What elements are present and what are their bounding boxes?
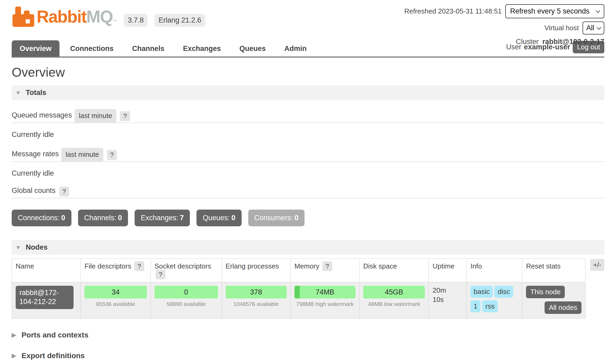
queued-help-badge[interactable]: ? — [120, 111, 130, 121]
erlang-version-badge: Erlang 21.2.6 — [155, 14, 205, 27]
rates-idle-status: Currently idle — [12, 169, 604, 177]
global-counters: Connections:0 Channels:0 Exchanges:7 Que… — [12, 210, 604, 226]
connections-counter: Connections:0 — [12, 210, 71, 226]
node-name-badge[interactable]: rabbit@172-104-212-22 — [16, 286, 74, 309]
info-cell: basicdisc1rss — [467, 282, 522, 319]
info-tag-basic: basic — [470, 286, 493, 298]
disk-space-sub: 48MB low watermark — [363, 301, 425, 307]
tab-queues[interactable]: Queues — [232, 40, 274, 57]
page-title: Overview — [12, 65, 604, 80]
version-badge: 3.7.8 — [124, 14, 148, 27]
info-tag-rss: rss — [482, 300, 498, 312]
triangle-down-icon: ▼ — [15, 244, 21, 251]
global-counts-row: Global counts ? — [12, 187, 604, 198]
col-erlang-processes: Erlang processes — [222, 259, 290, 282]
uptime-value-2: 10s — [433, 295, 463, 304]
cluster-name: rabbit@192-0-2-17 — [542, 38, 604, 46]
socket-descriptors-help-badge[interactable]: ? — [156, 270, 165, 279]
file-descriptors-help-badge[interactable]: ? — [134, 261, 144, 271]
uptime-value-1: 20m — [433, 286, 463, 295]
erlang-processes-bar: 378 — [226, 286, 287, 298]
tab-connections[interactable]: Connections — [62, 40, 122, 57]
col-socket-descriptors: Socket descriptors ? — [151, 259, 222, 282]
col-disk-space: Disk space — [359, 259, 429, 282]
nodes-section-header[interactable]: ▼ Nodes — [12, 240, 604, 255]
header-right: Refreshed 2023-05-31 11:48:51 Refresh ev… — [404, 4, 604, 49]
column-toggle-button[interactable]: +/- — [590, 259, 604, 271]
col-info: Info — [467, 259, 522, 282]
tab-overview[interactable]: Overview — [12, 40, 59, 57]
exchanges-counter: Exchanges:7 — [135, 210, 190, 226]
reset-stats-cell: This node All nodes — [522, 282, 585, 319]
ports-and-contexts-section[interactable]: ▶ Ports and contexts — [12, 331, 604, 339]
refreshed-timestamp: Refreshed 2023-05-31 11:48:51 — [404, 7, 502, 15]
refresh-interval-select[interactable]: Refresh every 5 seconds — [505, 4, 604, 18]
nodes-section-title: Nodes — [26, 243, 48, 252]
triangle-down-icon: ▼ — [15, 90, 21, 96]
rates-help-badge[interactable]: ? — [107, 150, 117, 160]
memory-sub: 798MB high watermark — [294, 301, 356, 307]
rates-range-tab[interactable]: last minute — [61, 148, 103, 161]
channels-counter: Channels:0 — [78, 210, 128, 226]
socket-descriptors-cell: 0 58890 available — [151, 282, 222, 319]
disk-space-bar: 45GB — [363, 286, 425, 298]
nodes-table: Name File descriptors ? Socket descripto… — [12, 258, 585, 319]
virtual-host-select[interactable]: All — [583, 21, 604, 34]
node-row: rabbit@172-104-212-22 34 65536 available… — [12, 282, 585, 319]
triangle-right-icon: ▶ — [12, 332, 16, 339]
triangle-right-icon: ▶ — [12, 352, 16, 359]
col-file-descriptors: File descriptors ? — [81, 259, 151, 282]
rabbitmq-rabbit-icon — [12, 6, 35, 28]
export-definitions-title: Export definitions — [22, 352, 85, 360]
memory-cell: 74MB 798MB high watermark — [290, 282, 359, 319]
virtual-host-value: All — [586, 24, 594, 32]
chevron-down-icon — [596, 8, 600, 13]
erlang-processes-cell: 378 1048576 available — [222, 282, 290, 319]
info-tag-disc: disc — [494, 286, 513, 298]
erlang-processes-sub: 1048576 available — [226, 301, 287, 307]
memory-help-badge[interactable]: ? — [322, 261, 332, 271]
totals-section-title: Totals — [26, 89, 46, 97]
memory-used-fill — [294, 286, 300, 298]
cluster-label: Cluster — [516, 38, 539, 46]
chevron-down-icon — [597, 25, 601, 29]
uptime-cell: 20m 10s — [429, 282, 467, 319]
col-memory: Memory ? — [290, 259, 359, 282]
consumers-counter: Consumers:0 — [248, 210, 305, 226]
queued-messages-row: Queued messages last minute ? — [12, 109, 604, 123]
socket-descriptors-bar: 0 — [155, 286, 218, 298]
brand-wordmark: RabbitMQ™ — [37, 8, 117, 25]
refresh-interval-value: Refresh every 5 seconds — [510, 7, 589, 15]
reset-this-node-button[interactable]: This node — [526, 286, 565, 298]
tab-exchanges[interactable]: Exchanges — [175, 40, 229, 57]
global-counts-help-badge[interactable]: ? — [59, 187, 69, 197]
queued-idle-status: Currently idle — [12, 131, 604, 139]
socket-descriptors-sub: 58890 available — [155, 301, 218, 307]
nav-tabs: Overview Connections Channels Exchanges … — [12, 40, 315, 57]
memory-bar: 74MB — [294, 286, 356, 298]
file-descriptors-cell: 34 65536 available — [81, 282, 151, 319]
totals-section-header[interactable]: ▼ Totals — [12, 85, 604, 100]
disk-space-cell: 45GB 48MB low watermark — [359, 282, 429, 319]
brand-word-rabbit: Rabbit — [37, 7, 86, 26]
tab-admin[interactable]: Admin — [276, 40, 315, 57]
message-rates-row: Message rates last minute ? — [12, 148, 604, 162]
tab-channels[interactable]: Channels — [124, 40, 173, 57]
global-counts-label: Global counts — [12, 187, 55, 198]
info-tag-1: 1 — [470, 300, 481, 312]
rabbitmq-overview-page: RabbitMQ™ 3.7.8 Erlang 21.2.6 Refreshed … — [0, 0, 616, 364]
header: RabbitMQ™ 3.7.8 Erlang 21.2.6 Refreshed … — [12, 0, 604, 40]
brand-word-mq: MQ — [86, 7, 113, 26]
trademark-symbol: ™ — [113, 19, 117, 23]
export-definitions-section[interactable]: ▶ Export definitions — [12, 352, 604, 360]
nodes-header-row: Name File descriptors ? Socket descripto… — [12, 259, 585, 282]
virtual-host-label: Virtual host — [544, 24, 579, 32]
queued-range-tab[interactable]: last minute — [75, 109, 117, 123]
nodes-table-wrap: Name File descriptors ? Socket descripto… — [12, 258, 604, 319]
reset-all-nodes-button[interactable]: All nodes — [545, 301, 581, 314]
message-rates-label: Message rates — [12, 150, 59, 161]
col-uptime: Uptime — [429, 259, 467, 282]
queued-messages-label: Queued messages — [12, 111, 72, 123]
col-reset-stats: Reset stats — [522, 259, 585, 282]
queues-counter: Queues:0 — [196, 210, 241, 226]
